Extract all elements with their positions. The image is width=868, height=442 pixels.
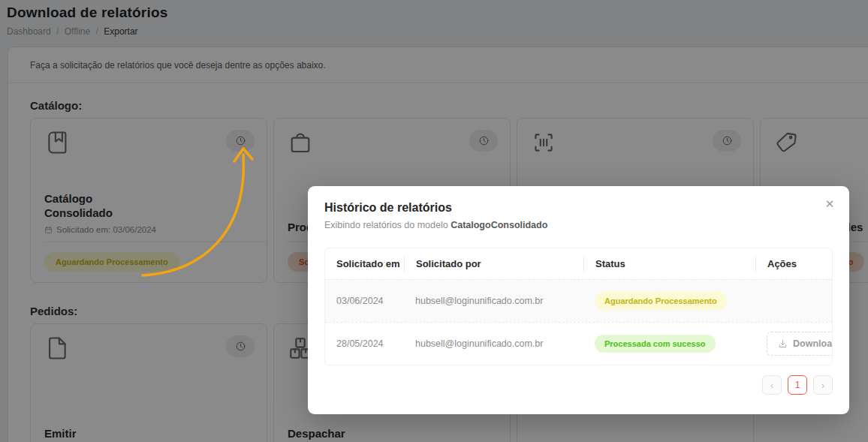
history-table: Solicitado em Solicitado por Status Açõe… — [324, 248, 833, 365]
modal-subtitle: Exibindo relatórios do modelo CatalogoCo… — [324, 220, 833, 230]
cell-date: 28/05/2024 — [325, 338, 404, 349]
chevron-right-icon: › — [821, 380, 824, 391]
pagination-next-button[interactable]: › — [813, 375, 833, 395]
download-icon — [778, 339, 788, 349]
status-badge: Aguardando Processamento — [595, 292, 727, 310]
column-header-acoes: Ações — [755, 257, 832, 272]
pagination: ‹ 1 › — [324, 375, 833, 395]
close-icon[interactable]: ✕ — [822, 197, 837, 212]
table-row: 03/06/2024 hubsell@loginunificado.com.br… — [325, 279, 832, 322]
download-button[interactable]: Download — [767, 332, 833, 356]
history-modal: ✕ Histórico de relatórios Exibindo relat… — [308, 186, 849, 414]
chevron-left-icon: ‹ — [770, 380, 773, 391]
cell-requested-by: hubsell@loginunificado.com.br — [404, 338, 583, 349]
modal-title: Histórico de relatórios — [324, 201, 833, 215]
column-header-status: Status — [583, 257, 755, 272]
modal-model-name: CatalogoConsolidado — [451, 220, 547, 230]
table-row: 28/05/2024 hubsell@loginunificado.com.br… — [325, 322, 832, 365]
table-header-row: Solicitado em Solicitado por Status Açõe… — [325, 248, 832, 279]
column-header-solicitado-em: Solicitado em — [325, 257, 404, 272]
column-header-solicitado-por: Solicitado por — [404, 257, 583, 272]
cell-date: 03/06/2024 — [325, 296, 404, 306]
pagination-prev-button[interactable]: ‹ — [762, 375, 782, 395]
pagination-page-1[interactable]: 1 — [788, 375, 807, 395]
status-badge: Processada com sucesso — [595, 335, 716, 353]
cell-requested-by: hubsell@loginunificado.com.br — [404, 296, 583, 306]
